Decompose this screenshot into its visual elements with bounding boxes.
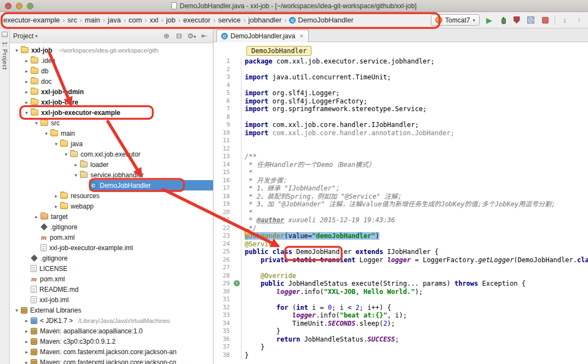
tree-item-gitignore[interactable]: .gitignore <box>10 253 213 263</box>
line-number[interactable]: 29 <box>214 280 233 288</box>
tree-item-maven-com-fasterxml-jackson-core-jackson-an[interactable]: ▸Maven: com.fasterxml.jackson.core:jacks… <box>10 346 213 357</box>
close-tab-icon[interactable]: × <box>299 33 304 39</box>
code-area[interactable]: 1package com.xxl.job.executor.service.jo… <box>214 57 588 364</box>
line-number[interactable]: 30 <box>214 288 233 296</box>
code-text[interactable]: } <box>241 343 264 351</box>
expand-arrow-icon[interactable]: ▸ <box>23 349 30 355</box>
tree-item-maven-c3p0-c3p0-0-9-1-2[interactable]: ▸Maven: c3p0:c3p0:0.9.1.2 <box>10 336 213 346</box>
tree-item-db[interactable]: ▸db <box>10 66 213 76</box>
code-text[interactable]: public class DemoJobHandler extends IJob… <box>241 248 439 256</box>
expand-arrow-icon[interactable]: ▾ <box>23 110 30 115</box>
line-number[interactable]: 35 <box>214 327 233 336</box>
locate-icon[interactable]: ⊕ <box>161 32 172 40</box>
run-configuration-selector[interactable]: Tomcat7 ▾ <box>431 14 480 26</box>
tree-item-readme-md[interactable]: README.md <box>10 284 213 294</box>
line-number[interactable]: 33 <box>214 311 233 320</box>
line-number[interactable]: 3 <box>214 73 233 82</box>
tree-item-xxl-job-admin[interactable]: ▸xxl-job-admin <box>10 86 213 97</box>
expand-arrow-icon[interactable]: ▸ <box>23 58 30 63</box>
override-method-icon[interactable]: ↑ <box>234 280 240 286</box>
intention-bulb-icon[interactable] <box>244 229 251 235</box>
editor-tab[interactable]: C DemoJobHandler.java × <box>216 30 309 42</box>
code-text[interactable]: logger.info("beat at:{}", i); <box>241 311 407 320</box>
expand-arrow-icon[interactable]: ▸ <box>53 204 60 209</box>
code-text[interactable]: * <box>241 169 252 177</box>
window-close-button[interactable] <box>5 3 11 9</box>
expand-arrow-icon[interactable]: ▸ <box>23 339 30 344</box>
expand-arrow-icon[interactable]: ▾ <box>53 141 60 147</box>
tree-item-src[interactable]: ▾src <box>10 118 213 128</box>
line-number[interactable]: 5 <box>214 89 233 97</box>
code-text[interactable]: import org.slf4j.LoggerFactory; <box>241 97 367 106</box>
vcs-commit-button[interactable]: ↑ <box>574 15 584 25</box>
code-text[interactable]: public JobHandleStatus execute(String...… <box>241 280 526 288</box>
settings-gear-icon[interactable]: ⚙▾ <box>186 32 197 40</box>
breadcrumb-item-com[interactable]: com <box>127 15 144 25</box>
line-number[interactable]: 6 <box>214 97 233 106</box>
line-number[interactable]: 25 <box>214 248 233 256</box>
code-text[interactable]: } <box>241 351 249 360</box>
run-dashboard-button[interactable] <box>526 15 535 25</box>
run-button[interactable]: ▶ <box>485 15 494 25</box>
tree-item-xxl-job-executor-example-iml[interactable]: xxl-job-executor-example.iml <box>10 242 213 253</box>
code-text[interactable]: * 2、装配到Spring，例如加 "@Service" 注解； <box>241 193 404 201</box>
expand-arrow-icon[interactable]: ▸ <box>23 89 30 95</box>
tree-item-doc[interactable]: ▸doc <box>10 76 213 86</box>
line-number[interactable]: 27 <box>214 264 233 272</box>
breadcrumb-item-executor[interactable]: executor <box>182 15 212 25</box>
code-text[interactable] <box>241 145 245 153</box>
code-text[interactable] <box>241 66 245 74</box>
expand-arrow-icon[interactable]: ▸ <box>23 328 30 334</box>
line-number[interactable]: 11 <box>214 137 233 145</box>
code-text[interactable]: @JobHander(value="demoJobHandler") <box>241 232 379 240</box>
code-text[interactable]: @Service <box>241 240 276 249</box>
line-number[interactable]: 9 <box>214 121 233 129</box>
tree-item-idea[interactable]: ▸.idea <box>10 55 213 66</box>
tree-item-external-libraries[interactable]: ▾External Libraries <box>10 305 213 315</box>
breadcrumb-tag[interactable]: DemoJobHandler <box>246 46 312 56</box>
expand-arrow-icon[interactable]: ▾ <box>72 172 79 178</box>
expand-arrow-icon[interactable]: ▾ <box>33 120 40 126</box>
expand-arrow-icon[interactable]: ▸ <box>23 318 30 323</box>
line-number[interactable]: 23 <box>214 232 233 240</box>
line-number[interactable]: 38 <box>214 351 233 360</box>
project-panel-title[interactable]: Project <box>13 32 33 40</box>
code-text[interactable]: /** <box>241 153 257 161</box>
code-text[interactable]: private static transient Logger logger =… <box>241 256 588 264</box>
line-number[interactable]: 22 <box>214 224 233 233</box>
line-number[interactable]: 17 <box>214 184 233 193</box>
line-number[interactable]: 10 <box>214 129 233 137</box>
line-number[interactable]: 2 <box>214 66 233 74</box>
breadcrumb-item-job[interactable]: job <box>164 15 177 25</box>
expand-arrow-icon[interactable]: ▸ <box>53 193 60 199</box>
line-number[interactable]: 31 <box>214 296 233 304</box>
code-text[interactable] <box>241 137 245 145</box>
code-text[interactable]: return JobHandleStatus.SUCCESS; <box>241 336 399 344</box>
hide-panel-icon[interactable]: ⇤ <box>199 32 210 40</box>
line-number[interactable]: 36 <box>214 336 233 344</box>
expand-arrow-icon[interactable]: ▸ <box>23 79 30 84</box>
tree-item-resources[interactable]: ▸resources <box>10 190 213 201</box>
code-text[interactable]: * <box>241 209 252 217</box>
tree-item-jdk1-7[interactable]: ▸< JDK1.7 >/Library/Java/JavaVirtualMach… <box>10 315 213 326</box>
line-number[interactable]: 4 <box>214 82 233 90</box>
code-text[interactable]: * 开发步骤： <box>241 177 290 185</box>
line-number[interactable]: 32 <box>214 304 233 312</box>
debug-button[interactable] <box>499 16 507 24</box>
line-number[interactable]: 26 <box>214 256 233 264</box>
line-number[interactable]: 12 <box>214 145 233 153</box>
tree-item-maven-aopalliance-aopalliance-1-0[interactable]: ▸Maven: aopalliance:aopalliance:1.0 <box>10 326 213 336</box>
tree-item-xxl-job-iml[interactable]: xxl-job.iml <box>10 294 213 305</box>
line-number[interactable]: 13 <box>214 153 233 161</box>
breadcrumb-item-xxl[interactable]: xxl <box>148 15 160 25</box>
expand-arrow-icon[interactable]: ▸ <box>23 100 30 105</box>
breadcrumb-item-java[interactable]: java <box>106 15 123 25</box>
line-number[interactable]: 28 <box>214 272 233 280</box>
expand-arrow-icon[interactable]: ▾ <box>43 131 50 136</box>
expand-arrow-icon[interactable]: ▾ <box>62 152 70 157</box>
line-number[interactable]: 37 <box>214 343 233 351</box>
line-number[interactable]: 20 <box>214 209 233 217</box>
line-number[interactable]: 14 <box>214 161 233 169</box>
tree-item-gitignore[interactable]: .gitignore <box>10 222 213 232</box>
line-number[interactable]: 15 <box>214 169 233 177</box>
